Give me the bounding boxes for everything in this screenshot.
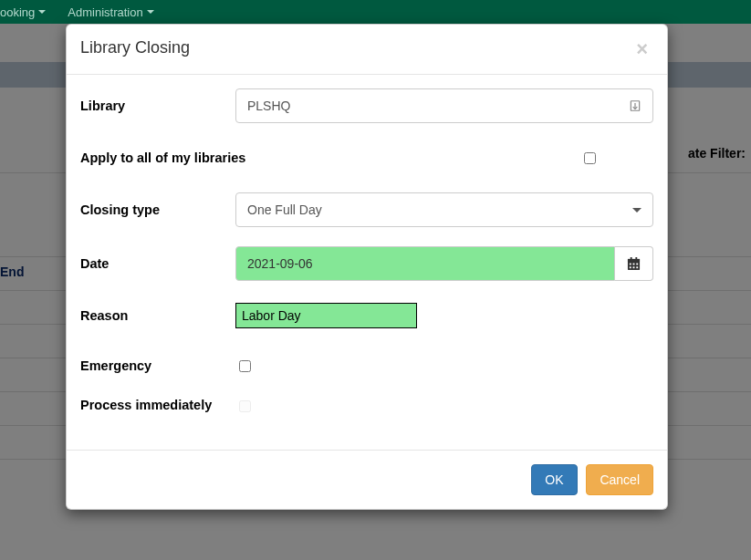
svg-rect-9	[630, 266, 631, 268]
calendar-button[interactable]	[615, 246, 653, 281]
reason-label: Reason	[80, 308, 235, 323]
closing-type-label: Closing type	[80, 202, 235, 217]
date-value: 2021-09-06	[247, 256, 313, 271]
svg-rect-8	[636, 263, 638, 264]
date-label: Date	[80, 256, 235, 271]
close-icon: ×	[636, 37, 648, 60]
closing-type-select[interactable]: One Full Day	[235, 192, 653, 227]
modal-title: Library Closing	[80, 38, 190, 57]
nav-booking[interactable]: ooking	[0, 5, 46, 19]
library-select[interactable]: PLSHQ	[235, 88, 653, 123]
svg-rect-6	[630, 263, 631, 264]
svg-rect-10	[633, 266, 635, 268]
reason-input[interactable]	[235, 303, 417, 328]
modal-header: Library Closing ×	[67, 25, 667, 75]
closing-type-value: One Full Day	[247, 202, 322, 217]
nav-booking-label: ooking	[0, 5, 35, 19]
ok-button[interactable]: OK	[531, 464, 577, 495]
apply-all-label: Apply to all of my libraries	[80, 150, 526, 165]
svg-rect-5	[635, 257, 637, 261]
svg-rect-7	[633, 263, 635, 264]
nav-administration-label: Administration	[68, 5, 142, 19]
chevron-down-icon	[38, 10, 46, 14]
svg-rect-11	[636, 266, 638, 268]
process-immediately-label: Process immediately	[80, 396, 235, 414]
cancel-button[interactable]: Cancel	[586, 464, 653, 495]
chevron-down-icon	[147, 10, 154, 14]
modal-footer: OK Cancel	[67, 450, 667, 509]
library-select-value: PLSHQ	[247, 99, 290, 113]
modal-body: Library PLSHQ Apply to all of my librari…	[67, 75, 667, 450]
emergency-checkbox[interactable]	[239, 360, 251, 372]
apply-all-checkbox[interactable]	[584, 152, 596, 164]
chevron-down-icon	[632, 208, 641, 213]
svg-rect-4	[631, 257, 632, 261]
date-input[interactable]: 2021-09-06	[235, 246, 615, 281]
calendar-icon	[627, 257, 641, 271]
save-icon	[629, 99, 641, 112]
library-closing-modal: Library Closing × Library PLSHQ Apply to…	[66, 24, 668, 510]
library-label: Library	[80, 99, 235, 113]
close-button[interactable]: ×	[631, 38, 653, 60]
emergency-label: Emergency	[80, 358, 235, 373]
svg-rect-3	[628, 258, 640, 261]
process-immediately-checkbox	[239, 400, 251, 412]
nav-administration[interactable]: Administration	[68, 5, 153, 19]
top-navbar: ooking Administration	[0, 0, 751, 24]
